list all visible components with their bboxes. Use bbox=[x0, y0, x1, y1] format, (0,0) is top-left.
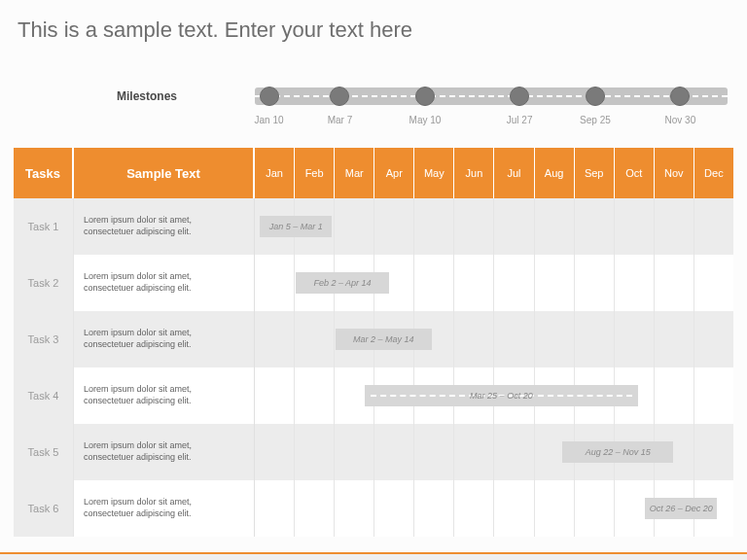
header-month: Jun bbox=[453, 148, 493, 198]
gantt-bar-label: Mar 25 – Oct 20 bbox=[466, 391, 537, 401]
task-description: Lorem ipsum dolor sit amet, consectetuer… bbox=[74, 198, 255, 255]
milestone-dot bbox=[415, 87, 435, 106]
header-month: Aug bbox=[534, 148, 574, 198]
milestone-dot bbox=[330, 87, 349, 106]
milestone-date: Sep 25 bbox=[580, 115, 611, 125]
table-row: Task 1Lorem ipsum dolor sit amet, consec… bbox=[14, 198, 733, 255]
task-description: Lorem ipsum dolor sit amet, consectetuer… bbox=[74, 311, 255, 368]
table-row: Task 3Lorem ipsum dolor sit amet, consec… bbox=[14, 311, 733, 368]
task-description: Lorem ipsum dolor sit amet, consectetuer… bbox=[74, 424, 255, 480]
milestone-dot bbox=[670, 87, 690, 106]
gantt-bar: Mar 2 – May 14 bbox=[336, 329, 431, 350]
task-name: Task 2 bbox=[14, 255, 74, 311]
header-month: Dec bbox=[694, 148, 733, 198]
footer-accent bbox=[0, 552, 747, 560]
gantt-bar: Oct 26 – Dec 20 bbox=[645, 498, 717, 519]
table-row: Task 5Lorem ipsum dolor sit amet, consec… bbox=[14, 424, 733, 480]
gantt-bar-label: Mar 2 – May 14 bbox=[353, 334, 414, 344]
header-month: Jul bbox=[493, 148, 533, 198]
gantt-lane: Mar 2 – May 14 bbox=[255, 311, 733, 368]
header-month: Nov bbox=[654, 148, 694, 198]
task-name: Task 4 bbox=[14, 368, 74, 424]
milestone-dot bbox=[510, 87, 529, 106]
milestone-label: Milestones bbox=[117, 89, 177, 103]
gantt-bar-label: Jan 5 – Mar 1 bbox=[269, 222, 323, 231]
milestone-track: Jan 10Mar 7May 10Jul 27Sep 25Nov 30 bbox=[255, 88, 728, 105]
header-months: JanFebMarAprMayJunJulAugSepOctNovDec bbox=[255, 148, 733, 198]
gantt-bar-label: Oct 26 – Dec 20 bbox=[650, 504, 713, 513]
milestone-dot bbox=[260, 87, 279, 106]
slide: This is a sample text. Enter your text h… bbox=[0, 0, 747, 560]
milestone-row: Milestones Jan 10Mar 7May 10Jul 27Sep 25… bbox=[0, 84, 747, 138]
gantt-lane: Jan 5 – Mar 1 bbox=[255, 198, 733, 255]
header-sample-text: Sample Text bbox=[74, 148, 255, 198]
gantt-bar: Aug 22 – Nov 15 bbox=[562, 441, 674, 463]
table-row: Task 2Lorem ipsum dolor sit amet, consec… bbox=[14, 255, 733, 311]
gantt-bar: Feb 2 – Apr 14 bbox=[296, 272, 388, 294]
task-name: Task 3 bbox=[14, 311, 74, 368]
gantt-bar: Mar 25 – Oct 20 bbox=[365, 385, 637, 406]
milestone-date: Jan 10 bbox=[255, 115, 284, 125]
header-month: Oct bbox=[614, 148, 654, 198]
gantt-bar-label: Feb 2 – Apr 14 bbox=[313, 278, 371, 288]
milestone-date: Mar 7 bbox=[328, 115, 353, 125]
task-description: Lorem ipsum dolor sit amet, consectetuer… bbox=[74, 255, 255, 311]
header-month: Apr bbox=[374, 148, 413, 198]
header-month: Sep bbox=[574, 148, 614, 198]
milestone-dot bbox=[586, 87, 605, 106]
table-header: Tasks Sample Text JanFebMarAprMayJunJulA… bbox=[14, 148, 733, 198]
gantt-bar-label: Aug 22 – Nov 15 bbox=[586, 447, 651, 457]
gantt-lane: Mar 25 – Oct 20 bbox=[255, 368, 733, 424]
task-name: Task 6 bbox=[14, 480, 74, 537]
header-month: May bbox=[413, 148, 453, 198]
gantt-lane: Oct 26 – Dec 20 bbox=[255, 480, 733, 537]
gantt-lane: Aug 22 – Nov 15 bbox=[255, 424, 733, 480]
page-title[interactable]: This is a sample text. Enter your text h… bbox=[18, 18, 412, 43]
header-month: Jan bbox=[255, 148, 294, 198]
table-row: Task 6Lorem ipsum dolor sit amet, consec… bbox=[14, 480, 733, 537]
header-tasks: Tasks bbox=[14, 148, 74, 198]
gantt-lane: Feb 2 – Apr 14 bbox=[255, 255, 733, 311]
header-month: Mar bbox=[334, 148, 374, 198]
milestone-date: Jul 27 bbox=[507, 115, 533, 125]
task-name: Task 1 bbox=[14, 198, 74, 255]
milestone-date: Nov 30 bbox=[665, 115, 696, 125]
table-row: Task 4Lorem ipsum dolor sit amet, consec… bbox=[14, 368, 733, 424]
gantt-table: Tasks Sample Text JanFebMarAprMayJunJulA… bbox=[14, 148, 733, 537]
task-name: Task 5 bbox=[14, 424, 74, 480]
header-month: Feb bbox=[294, 148, 334, 198]
task-description: Lorem ipsum dolor sit amet, consectetuer… bbox=[74, 480, 255, 537]
table-body: Task 1Lorem ipsum dolor sit amet, consec… bbox=[14, 198, 733, 537]
gantt-bar: Jan 5 – Mar 1 bbox=[260, 216, 332, 237]
milestone-date: May 10 bbox=[409, 115, 442, 125]
task-description: Lorem ipsum dolor sit amet, consectetuer… bbox=[74, 368, 255, 424]
